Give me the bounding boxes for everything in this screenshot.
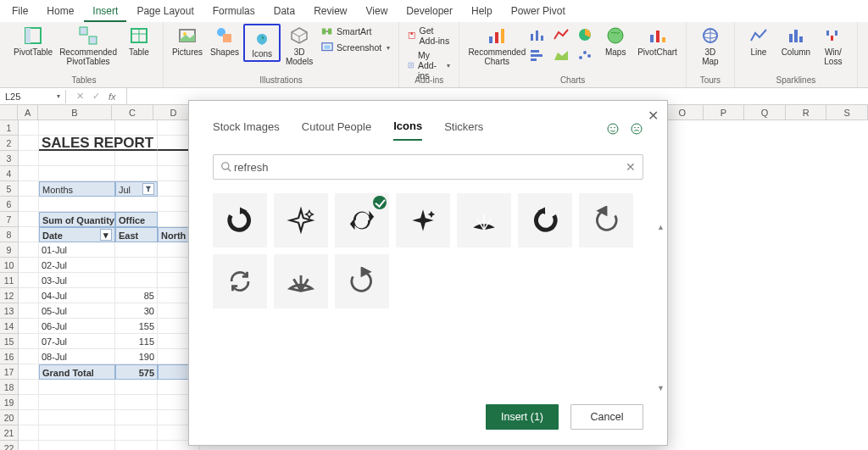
dialog-tab-stock-images[interactable]: Stock Images [213,120,280,140]
pivot-date-cell[interactable]: 05-Jul [39,303,115,319]
icon-result-fan-solid[interactable] [457,193,511,247]
recommended-pivottables-button[interactable]: Recommended PivotTables [56,24,120,68]
cell[interactable] [19,288,39,303]
cell[interactable] [115,166,158,181]
dialog-tab-stickers[interactable]: Stickers [444,120,483,140]
pivot-value-cell[interactable] [115,273,158,288]
pivot-date-cell[interactable]: 02-Jul [39,258,115,273]
tab-home[interactable]: Home [38,2,82,22]
cell[interactable] [39,380,115,395]
cell[interactable] [19,120,39,136]
tab-review[interactable]: Review [305,2,355,22]
col-R[interactable]: R [786,105,827,120]
row-header[interactable]: 9 [0,242,19,258]
fx-icon[interactable]: fx [108,92,116,102]
recommended-charts-button[interactable]: Recommended Charts [465,24,529,68]
chart-col-icon[interactable] [529,27,549,46]
cell[interactable] [19,212,39,227]
cell[interactable] [19,410,39,425]
name-box[interactable]: L25▾ [0,90,66,103]
pivot-office-label[interactable]: Office▾ [115,212,158,227]
row-header[interactable]: 11 [0,273,19,288]
pictures-button[interactable]: Pictures [169,24,206,58]
pivot-date-cell[interactable]: 01-Jul [39,242,115,258]
tab-view[interactable]: View [358,2,397,22]
row-header[interactable]: 5 [0,181,19,197]
sparkline-column-button[interactable]: Column [777,24,815,58]
cell[interactable] [19,380,39,395]
row-header[interactable]: 13 [0,303,19,319]
row-header[interactable]: 12 [0,288,19,303]
dropdown-icon[interactable]: ▾ [100,229,112,241]
row-header[interactable]: 4 [0,166,19,181]
cell[interactable] [19,181,39,197]
pivot-value-cell[interactable]: 155 [115,319,158,334]
dialog-tab-cutout-people[interactable]: Cutout People [302,120,371,140]
cell[interactable] [19,242,39,258]
icon-result-sparkles-solid[interactable] [396,193,450,247]
enter-formula-icon[interactable]: ✓ [92,91,100,102]
filter-icon[interactable] [142,183,154,195]
icon-result-undo-solid[interactable] [518,193,572,247]
cell[interactable] [19,425,39,441]
cancel-formula-icon[interactable]: ✕ [76,91,84,102]
row-header[interactable]: 6 [0,197,19,212]
sparkline-winloss-button[interactable]: Win/ Loss [815,24,852,68]
cell[interactable] [19,227,39,242]
row-header[interactable]: 18 [0,380,19,395]
cell[interactable] [19,258,39,273]
pivot-date-cell[interactable]: 03-Jul [39,273,115,288]
pivot-value-cell[interactable]: 85 [115,288,158,303]
chart-scatter-icon[interactable] [576,47,597,66]
formula-input[interactable] [127,95,868,98]
row-header[interactable]: 20 [0,410,19,425]
cell[interactable] [39,120,115,136]
report-title[interactable]: SALES REPORT [39,136,158,151]
cell[interactable] [115,441,158,450]
pivot-months-label[interactable]: Months [39,181,115,197]
row-header[interactable]: 15 [0,334,19,349]
cell[interactable] [115,410,158,425]
sparkline-line-button[interactable]: Line [740,24,777,58]
pivot-value-cell[interactable] [115,258,158,273]
tab-power-pivot[interactable]: Power Pivot [503,2,574,22]
cell[interactable] [115,120,158,136]
dialog-cancel-button[interactable]: Cancel [570,404,643,430]
chart-pie-icon[interactable] [576,27,597,46]
feedback-happy-icon[interactable] [606,122,620,138]
col-P[interactable]: P [704,105,745,120]
pivot-sum-label[interactable]: Sum of Quantity [39,212,115,227]
row-header[interactable]: 14 [0,319,19,334]
pivot-value-cell[interactable]: 190 [115,349,158,364]
pivot-value-cell[interactable] [115,242,158,258]
icon-result-sync-solid[interactable] [335,193,389,247]
cell[interactable] [19,334,39,349]
icon-search-box[interactable]: ✕ [213,154,643,180]
cell[interactable] [19,303,39,319]
pivot-east-label[interactable]: East [115,227,158,242]
3d-map-button[interactable]: 3D Map [692,24,729,68]
row-header[interactable]: 22 [0,441,19,450]
cell[interactable] [19,349,39,364]
icon-result-redo-outline[interactable] [335,254,389,308]
tab-help[interactable]: Help [463,2,501,22]
cell[interactable] [115,151,158,166]
row-header[interactable]: 8 [0,227,19,242]
icon-result-undo-outline[interactable] [579,193,633,247]
3d-models-button[interactable]: 3D Models [281,24,318,68]
pivottable-button[interactable]: PivotTable [10,24,56,58]
feedback-sad-icon[interactable] [630,122,643,138]
icons-button[interactable]: Icons [243,24,281,62]
cell[interactable] [115,380,158,395]
table-button[interactable]: Table [120,24,158,58]
tab-file[interactable]: File [3,2,36,22]
cell[interactable] [19,395,39,410]
slicer-button[interactable]: Slicer [863,24,868,58]
chart-bar-icon[interactable] [529,47,549,66]
col-B[interactable]: B [38,105,112,120]
shapes-button[interactable]: Shapes [206,24,243,58]
cell[interactable] [19,197,39,212]
cell[interactable] [115,395,158,410]
maps-button[interactable]: Maps [597,24,634,58]
get-addins-button[interactable]: Get Add-ins [404,24,453,47]
